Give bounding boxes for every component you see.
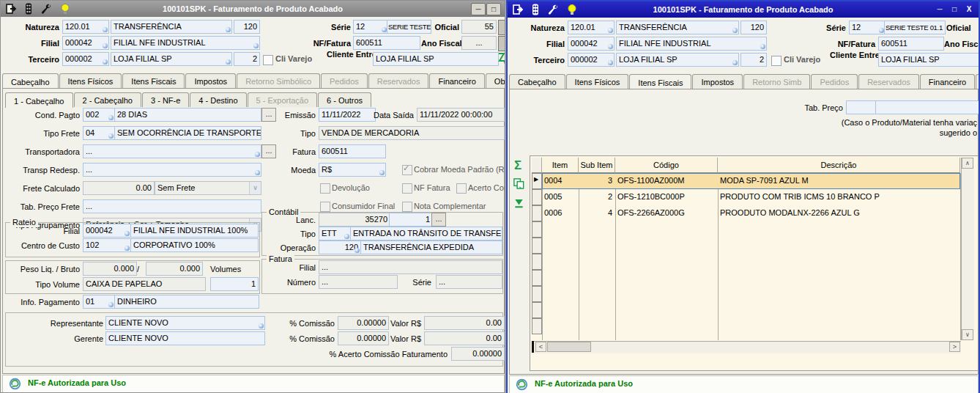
tipo-frete-desc-field[interactable]: SEM OCORRÊNCIA DE TRANSPORTE bbox=[114, 126, 261, 140]
filial-code-field[interactable]: 000042 bbox=[62, 36, 109, 50]
tab-itens-fisicos[interactable]: Itens Físicos bbox=[566, 74, 629, 89]
tab-preco-frete-field[interactable]: ... bbox=[83, 199, 261, 213]
data-saida-field[interactable]: 11/11/2022 00:00:00 bbox=[417, 108, 505, 122]
nf-fatura-field[interactable]: 600511 bbox=[353, 36, 420, 50]
fatura-serie-field[interactable]: ... bbox=[436, 275, 502, 289]
grid-header-item[interactable]: Item bbox=[542, 158, 579, 173]
scroll-right-button[interactable]: > bbox=[949, 342, 960, 352]
operacao-code-field[interactable]: 120 bbox=[319, 240, 361, 254]
horizontal-scrollbar[interactable] bbox=[532, 341, 961, 353]
serie-code-field[interactable]: 12 bbox=[849, 21, 886, 34]
lanc-browse-button[interactable]: ... bbox=[431, 213, 446, 227]
natureza-desc-field[interactable]: TRANSFERÊNCIA bbox=[616, 21, 739, 34]
fatura-numero-field[interactable]: ... bbox=[319, 275, 398, 289]
subtab-2-cabecalho[interactable]: 2 - Cabeçalho bbox=[74, 92, 142, 107]
tab-itens-fiscais[interactable]: Itens Fiscais bbox=[122, 73, 185, 88]
transp-redesp-field[interactable]: ... bbox=[83, 163, 261, 177]
serie-desc-field[interactable]: SERIE TESTE 01.1 bbox=[884, 21, 946, 34]
terceiro-desc-field[interactable]: LOJA FILIAL SP bbox=[111, 52, 232, 66]
peso-bruto-field[interactable]: 0.000 bbox=[146, 262, 203, 276]
cell-descricao[interactable]: PRODUTO COM TRIB ICMS 10 BRANCO P bbox=[720, 189, 958, 205]
cell-descricao[interactable]: MODA SP-7091 AZUL M bbox=[720, 173, 958, 188]
cond-pagto-code-field[interactable]: 002 bbox=[83, 108, 115, 122]
volumes-field[interactable]: 1 bbox=[210, 277, 259, 291]
cli-varejo-checkbox[interactable] bbox=[263, 55, 273, 65]
operacao-desc-field[interactable]: TRANSFERÊNCIA EXPEDIDA bbox=[360, 240, 502, 254]
cliente-entrega-field[interactable]: LOJA FILIAL SP bbox=[878, 53, 980, 67]
cell-sub-item[interactable]: 4 bbox=[580, 205, 612, 221]
cell-sub-item[interactable]: 2 bbox=[580, 189, 612, 205]
tipo-volume-field[interactable]: CAIXA DE PAPELAO bbox=[83, 277, 206, 291]
tab-financeiro[interactable]: Financeiro bbox=[429, 73, 484, 88]
vertical-scrollbar[interactable] bbox=[961, 158, 974, 340]
cell-codigo[interactable]: OFS-1100AZ000M bbox=[617, 173, 716, 188]
serie-code-field[interactable]: 12 bbox=[353, 20, 388, 34]
comissao-field-2[interactable]: 0.00000 bbox=[338, 331, 389, 345]
peso-liquido-field[interactable]: 0.000 bbox=[83, 262, 137, 276]
sum-icon[interactable]: Σ bbox=[514, 159, 521, 172]
scrollbar-split-handle[interactable] bbox=[532, 341, 534, 353]
cell-item[interactable]: 0004 bbox=[544, 173, 576, 188]
fatura-field[interactable]: 600511 bbox=[319, 144, 386, 158]
maximize-button[interactable]: □ bbox=[486, 3, 501, 15]
scrollbar-thumb[interactable] bbox=[547, 342, 591, 352]
subtab-3-nfe[interactable]: 3 - NF-e bbox=[142, 92, 189, 107]
natureza-code-field[interactable]: 120.01 bbox=[62, 20, 109, 34]
minimize-button[interactable]: ─ bbox=[933, 4, 946, 15]
representante-field[interactable]: CLIENTE NOVO bbox=[105, 316, 265, 330]
terceiro-loja-field[interactable]: 2 bbox=[740, 53, 767, 67]
tab-cabecalho[interactable]: Cabeçalho bbox=[509, 74, 565, 89]
contabil-tipo-desc-field[interactable]: ENTRADA NO TRÂNSITO DE TRANSFE bbox=[350, 227, 502, 240]
terceiro-desc-field[interactable]: LOJA FILIAL SP bbox=[616, 53, 739, 67]
nf-fatura-field[interactable]: 600511 bbox=[878, 37, 944, 51]
filial-desc-field[interactable]: FILIAL NFE INDUSTRIAL bbox=[616, 37, 767, 51]
scroll-up-button[interactable]: ∧ bbox=[962, 158, 973, 169]
natureza-code-field[interactable]: 120.01 bbox=[568, 21, 615, 34]
tab-itens-fiscais[interactable]: Itens Fiscais bbox=[629, 74, 691, 89]
cell-descricao[interactable]: PROODUTO MODALNX-2266 AZUL G bbox=[720, 205, 958, 221]
grid-header-codigo[interactable]: Código bbox=[615, 158, 718, 173]
subtab-1-cabecalho[interactable]: 1 - Cabeçalho bbox=[5, 92, 73, 108]
tab-financeiro[interactable]: Financeiro bbox=[920, 74, 975, 89]
terceiro-code-field[interactable]: 000002 bbox=[62, 52, 109, 66]
valor-field-1[interactable]: 0.00 bbox=[424, 316, 505, 330]
titlebar[interactable]: 100101SPK - Faturamento de Produto Acaba… bbox=[508, 1, 979, 18]
minimize-button[interactable]: ─ bbox=[471, 3, 486, 15]
tab-preco-code-field[interactable] bbox=[846, 100, 877, 114]
grid-header-sub-item[interactable]: Sub Item bbox=[579, 158, 615, 173]
cell-sub-item[interactable]: 3 bbox=[580, 173, 612, 188]
copy-row-icon[interactable] bbox=[513, 177, 525, 193]
cond-pagto-desc-field[interactable]: 28 DIAS bbox=[114, 108, 261, 122]
natureza-desc-field[interactable]: TRANSFERÊNCIA bbox=[111, 20, 232, 34]
cell-item[interactable]: 0006 bbox=[544, 205, 576, 221]
clipped-button[interactable] bbox=[498, 36, 505, 51]
maximize-button[interactable]: □ bbox=[948, 4, 961, 15]
comissao-field-1[interactable]: 0.00000 bbox=[338, 316, 389, 330]
centro-custo-code-field[interactable]: 102 bbox=[83, 238, 131, 252]
tab-cabecalho[interactable]: Cabeçalho bbox=[2, 73, 59, 89]
tab-preco-desc-field[interactable] bbox=[875, 100, 980, 114]
tab-itens-fisicos[interactable]: Itens Físicos bbox=[59, 73, 122, 88]
cli-varejo-checkbox[interactable] bbox=[771, 56, 782, 66]
cell-codigo[interactable]: OFS-1210BC000P bbox=[617, 189, 716, 205]
subtab-4-destino[interactable]: 4 - Destino bbox=[190, 92, 246, 107]
subtab-6-outros[interactable]: 6 - Outros bbox=[318, 92, 371, 107]
lanc-field-1[interactable]: 35270 bbox=[319, 213, 390, 227]
contabil-tipo-code-field[interactable]: ETT bbox=[319, 227, 351, 240]
clipped-button[interactable] bbox=[498, 20, 505, 35]
cell-codigo[interactable]: OFS-2266AZ000G bbox=[617, 205, 716, 221]
frete-calculado-field[interactable]: 0.00 bbox=[83, 181, 155, 195]
scroll-left-button[interactable]: < bbox=[535, 342, 546, 352]
frete-tipo-dropdown[interactable]: Sem Frete bbox=[155, 181, 261, 195]
fatura-filial-field[interactable]: ... bbox=[319, 260, 502, 274]
rateio-filial-code-field[interactable]: 000042 bbox=[83, 224, 131, 238]
tab-observacoes[interactable]: Observações bbox=[976, 74, 980, 89]
close-button[interactable]: X bbox=[962, 4, 976, 15]
note-icon[interactable] bbox=[497, 52, 505, 67]
rateio-filial-desc-field[interactable]: FILIAL NFE INDUSTRIAL 100% bbox=[130, 224, 259, 238]
terceiro-code-field[interactable]: 000002 bbox=[568, 53, 615, 67]
lanc-field-2[interactable]: 1 bbox=[389, 213, 433, 227]
oficial-field[interactable]: 55 bbox=[461, 20, 497, 34]
grid-header-descricao[interactable]: Descrição bbox=[718, 158, 960, 173]
natureza-cod2-field[interactable]: 120 bbox=[234, 20, 260, 34]
